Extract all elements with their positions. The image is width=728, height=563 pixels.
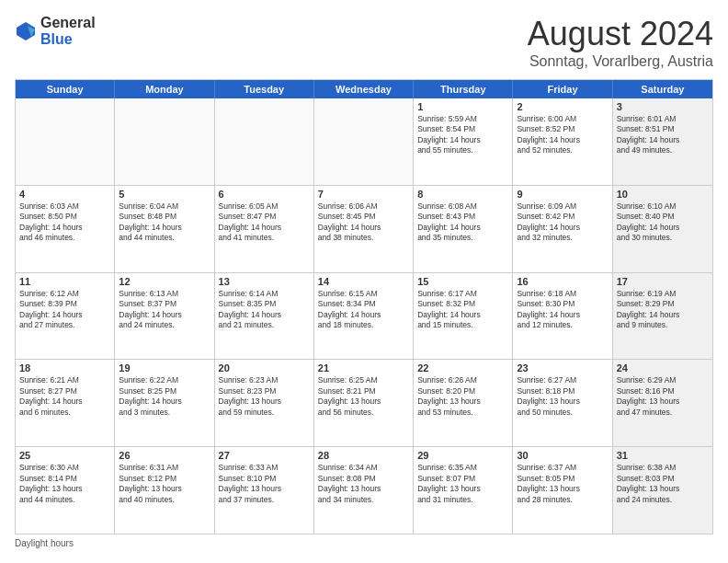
day-info: Sunrise: 6:21 AM Sunset: 8:27 PM Dayligh… bbox=[19, 375, 110, 418]
calendar-cell bbox=[115, 98, 214, 185]
day-number: 1 bbox=[417, 101, 508, 112]
day-number: 19 bbox=[119, 362, 210, 373]
day-number: 8 bbox=[417, 189, 508, 200]
day-number: 24 bbox=[617, 362, 709, 373]
calendar-cell: 27Sunrise: 6:33 AM Sunset: 8:10 PM Dayli… bbox=[215, 447, 314, 534]
calendar-cell: 7Sunrise: 6:06 AM Sunset: 8:45 PM Daylig… bbox=[314, 186, 414, 272]
calendar-header-cell: Thursday bbox=[414, 80, 513, 98]
calendar-body: 1Sunrise: 5:59 AM Sunset: 8:54 PM Daylig… bbox=[16, 98, 712, 534]
day-info: Sunrise: 6:10 AM Sunset: 8:40 PM Dayligh… bbox=[617, 201, 709, 244]
calendar-cell: 10Sunrise: 6:10 AM Sunset: 8:40 PM Dayli… bbox=[613, 186, 712, 272]
subtitle: Sonntag, Vorarlberg, Austria bbox=[528, 53, 713, 70]
logo-text: General Blue bbox=[40, 15, 96, 47]
day-info: Sunrise: 6:12 AM Sunset: 8:39 PM Dayligh… bbox=[19, 289, 110, 331]
calendar-cell bbox=[314, 98, 414, 185]
day-info: Sunrise: 6:22 AM Sunset: 8:25 PM Dayligh… bbox=[119, 375, 210, 418]
calendar-cell: 8Sunrise: 6:08 AM Sunset: 8:43 PM Daylig… bbox=[414, 186, 513, 272]
calendar-week: 18Sunrise: 6:21 AM Sunset: 8:27 PM Dayli… bbox=[16, 360, 712, 447]
calendar-cell: 19Sunrise: 6:22 AM Sunset: 8:25 PM Dayli… bbox=[115, 360, 214, 446]
calendar-header: SundayMondayTuesdayWednesdayThursdayFrid… bbox=[16, 80, 712, 98]
logo-icon bbox=[15, 20, 37, 42]
calendar-header-cell: Friday bbox=[513, 80, 612, 98]
day-number: 31 bbox=[617, 450, 709, 461]
day-info: Sunrise: 6:34 AM Sunset: 8:08 PM Dayligh… bbox=[318, 463, 409, 505]
logo-general-text: General bbox=[40, 15, 96, 31]
day-info: Sunrise: 6:17 AM Sunset: 8:32 PM Dayligh… bbox=[417, 289, 508, 331]
title-block: August 2024 Sonntag, Vorarlberg, Austria bbox=[528, 15, 713, 70]
day-number: 13 bbox=[219, 276, 310, 287]
calendar-header-cell: Monday bbox=[115, 80, 214, 98]
day-info: Sunrise: 6:00 AM Sunset: 8:52 PM Dayligh… bbox=[517, 114, 608, 156]
calendar-cell: 1Sunrise: 5:59 AM Sunset: 8:54 PM Daylig… bbox=[414, 98, 513, 185]
day-info: Sunrise: 6:25 AM Sunset: 8:21 PM Dayligh… bbox=[318, 375, 409, 418]
day-info: Sunrise: 6:18 AM Sunset: 8:30 PM Dayligh… bbox=[517, 289, 608, 331]
day-info: Sunrise: 6:37 AM Sunset: 8:05 PM Dayligh… bbox=[517, 463, 608, 505]
day-number: 17 bbox=[617, 276, 709, 287]
calendar-week: 4Sunrise: 6:03 AM Sunset: 8:50 PM Daylig… bbox=[16, 186, 712, 273]
day-number: 15 bbox=[417, 276, 508, 287]
calendar-cell: 6Sunrise: 6:05 AM Sunset: 8:47 PM Daylig… bbox=[215, 186, 314, 272]
day-info: Sunrise: 6:23 AM Sunset: 8:23 PM Dayligh… bbox=[219, 375, 310, 418]
day-info: Sunrise: 6:29 AM Sunset: 8:16 PM Dayligh… bbox=[617, 375, 709, 418]
day-number: 27 bbox=[219, 450, 310, 461]
calendar-cell: 25Sunrise: 6:30 AM Sunset: 8:14 PM Dayli… bbox=[16, 447, 115, 534]
calendar-week: 11Sunrise: 6:12 AM Sunset: 8:39 PM Dayli… bbox=[16, 273, 712, 361]
day-info: Sunrise: 6:38 AM Sunset: 8:03 PM Dayligh… bbox=[617, 463, 709, 505]
footer-note: Daylight hours bbox=[15, 538, 713, 548]
calendar-cell: 14Sunrise: 6:15 AM Sunset: 8:34 PM Dayli… bbox=[314, 273, 414, 360]
day-info: Sunrise: 6:13 AM Sunset: 8:37 PM Dayligh… bbox=[119, 289, 210, 331]
calendar-cell: 16Sunrise: 6:18 AM Sunset: 8:30 PM Dayli… bbox=[513, 273, 612, 360]
day-number: 20 bbox=[219, 362, 310, 373]
calendar-cell: 18Sunrise: 6:21 AM Sunset: 8:27 PM Dayli… bbox=[16, 360, 115, 446]
day-info: Sunrise: 6:03 AM Sunset: 8:50 PM Dayligh… bbox=[19, 201, 110, 244]
day-number: 10 bbox=[617, 189, 709, 200]
day-info: Sunrise: 6:33 AM Sunset: 8:10 PM Dayligh… bbox=[219, 463, 310, 505]
day-number: 4 bbox=[19, 189, 110, 200]
day-number: 30 bbox=[517, 450, 608, 461]
calendar-cell: 13Sunrise: 6:14 AM Sunset: 8:35 PM Dayli… bbox=[215, 273, 314, 360]
day-info: Sunrise: 6:19 AM Sunset: 8:29 PM Dayligh… bbox=[617, 289, 709, 331]
main-title: August 2024 bbox=[528, 15, 713, 53]
calendar-cell: 28Sunrise: 6:34 AM Sunset: 8:08 PM Dayli… bbox=[314, 447, 414, 534]
day-number: 3 bbox=[617, 101, 709, 112]
day-info: Sunrise: 6:30 AM Sunset: 8:14 PM Dayligh… bbox=[19, 463, 110, 505]
calendar-cell: 17Sunrise: 6:19 AM Sunset: 8:29 PM Dayli… bbox=[613, 273, 712, 360]
calendar-cell: 11Sunrise: 6:12 AM Sunset: 8:39 PM Dayli… bbox=[16, 273, 115, 360]
calendar-header-cell: Saturday bbox=[613, 80, 712, 98]
calendar-cell: 12Sunrise: 6:13 AM Sunset: 8:37 PM Dayli… bbox=[115, 273, 214, 360]
day-info: Sunrise: 6:26 AM Sunset: 8:20 PM Dayligh… bbox=[417, 375, 508, 418]
calendar-header-cell: Sunday bbox=[16, 80, 115, 98]
day-number: 2 bbox=[517, 101, 608, 112]
calendar-cell: 26Sunrise: 6:31 AM Sunset: 8:12 PM Dayli… bbox=[115, 447, 214, 534]
day-info: Sunrise: 6:27 AM Sunset: 8:18 PM Dayligh… bbox=[517, 375, 608, 418]
day-number: 16 bbox=[517, 276, 608, 287]
calendar-cell: 23Sunrise: 6:27 AM Sunset: 8:18 PM Dayli… bbox=[513, 360, 612, 446]
calendar-cell: 2Sunrise: 6:00 AM Sunset: 8:52 PM Daylig… bbox=[513, 98, 612, 185]
day-number: 9 bbox=[517, 189, 608, 200]
day-number: 29 bbox=[417, 450, 508, 461]
day-number: 22 bbox=[417, 362, 508, 373]
day-number: 28 bbox=[318, 450, 409, 461]
day-info: Sunrise: 6:01 AM Sunset: 8:51 PM Dayligh… bbox=[617, 114, 709, 156]
day-info: Sunrise: 6:05 AM Sunset: 8:47 PM Dayligh… bbox=[219, 201, 310, 244]
calendar-cell: 20Sunrise: 6:23 AM Sunset: 8:23 PM Dayli… bbox=[215, 360, 314, 446]
calendar-cell: 24Sunrise: 6:29 AM Sunset: 8:16 PM Dayli… bbox=[613, 360, 712, 446]
day-info: Sunrise: 6:14 AM Sunset: 8:35 PM Dayligh… bbox=[219, 289, 310, 331]
calendar-cell bbox=[16, 98, 115, 185]
day-info: Sunrise: 6:04 AM Sunset: 8:48 PM Dayligh… bbox=[119, 201, 210, 244]
calendar-cell: 5Sunrise: 6:04 AM Sunset: 8:48 PM Daylig… bbox=[115, 186, 214, 272]
day-number: 21 bbox=[318, 362, 409, 373]
calendar-cell: 21Sunrise: 6:25 AM Sunset: 8:21 PM Dayli… bbox=[314, 360, 414, 446]
calendar-cell: 30Sunrise: 6:37 AM Sunset: 8:05 PM Dayli… bbox=[513, 447, 612, 534]
calendar-week: 25Sunrise: 6:30 AM Sunset: 8:14 PM Dayli… bbox=[16, 447, 712, 534]
day-number: 18 bbox=[19, 362, 110, 373]
day-info: Sunrise: 6:06 AM Sunset: 8:45 PM Dayligh… bbox=[318, 201, 409, 244]
calendar-cell bbox=[215, 98, 314, 185]
day-number: 11 bbox=[19, 276, 110, 287]
calendar-cell: 4Sunrise: 6:03 AM Sunset: 8:50 PM Daylig… bbox=[16, 186, 115, 272]
calendar-cell: 22Sunrise: 6:26 AM Sunset: 8:20 PM Dayli… bbox=[414, 360, 513, 446]
logo-blue-text: Blue bbox=[40, 31, 96, 48]
day-number: 6 bbox=[219, 189, 310, 200]
day-number: 7 bbox=[318, 189, 409, 200]
day-number: 12 bbox=[119, 276, 210, 287]
